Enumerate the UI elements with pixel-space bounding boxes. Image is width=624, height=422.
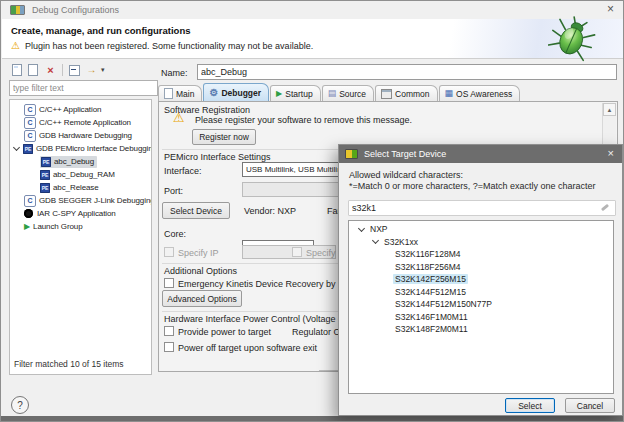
pemicro-icon: PE [40, 183, 50, 193]
pemicro-interface-settings-title: PEMicro Interface Settings [164, 152, 271, 162]
dialog-titlebar[interactable]: Select Target Device × [339, 145, 622, 163]
tree-item-label: abc_Debug [54, 157, 94, 166]
tree-item-label: abc_Release [53, 183, 99, 192]
device-item[interactable]: S32K144F512M15 [349, 286, 613, 299]
filter-configurations-button[interactable]: → [84, 63, 99, 77]
tab-common[interactable]: Common [375, 85, 437, 101]
wildcard-help-line2: *=Match 0 or more characters, ?=Match ex… [349, 181, 596, 191]
tree-item-launch-group[interactable]: ▶ Launch Group [10, 220, 151, 233]
device-item[interactable]: S32K118F256M4 [349, 261, 613, 274]
registration-warning-icon: ⚠ [173, 111, 185, 125]
scroll-up-button[interactable]: ▲ [603, 103, 616, 116]
tab-label: Main [176, 89, 194, 99]
tree-item-gdb-pemicro-interface-debugging[interactable]: PE GDB PEMicro Interface Debugging [10, 142, 151, 155]
dialog-title: Select Target Device [364, 149, 446, 159]
new-configuration-icon [12, 64, 22, 76]
tree-item-gdb-segger-jlink-debugging[interactable]: C GDB SEGGER J-Link Debugging [10, 194, 151, 207]
tree-item-abc-release[interactable]: PE abc_Release [10, 181, 151, 194]
tree-item-label: GDB PEMicro Interface Debugging [36, 144, 151, 153]
device-label: S32K144F512M15 [393, 287, 468, 297]
toolbar-separator [62, 64, 63, 76]
help-button[interactable]: ? [11, 396, 29, 414]
filter-input[interactable] [9, 80, 158, 96]
sidebar-toolbar: × → ▾ [9, 62, 152, 78]
tab-os-awareness[interactable]: ▦ OS Awareness [439, 85, 521, 101]
debug-beetle-image [548, 16, 596, 62]
collapse-all-button[interactable] [67, 63, 82, 77]
emergency-recovery-checkbox[interactable] [164, 278, 174, 288]
tab-debugger[interactable]: ⚙ Debugger [203, 83, 269, 101]
advanced-options-button[interactable]: Advanced Options [162, 290, 242, 307]
device-search-input[interactable] [348, 200, 616, 216]
device-label: S32K146F1M0M11 [393, 312, 470, 322]
window-bottom-edge [1, 416, 623, 421]
cancel-button[interactable]: Cancel [565, 398, 615, 413]
tree-node-s32k1xx[interactable]: S32K1xx [349, 236, 613, 249]
family-node-label: S32K1xx [382, 237, 420, 247]
tab-source[interactable]: ▤ Source [322, 85, 374, 101]
register-now-button[interactable]: Register now [192, 129, 256, 145]
provide-power-checkbox[interactable] [164, 326, 174, 336]
device-item[interactable]: S32K146F1M0M11 [349, 311, 613, 324]
device-tree: NXP S32K1xx S32K116F128M4 S32K118F256M4 … [348, 220, 614, 394]
window-close-icon[interactable]: × [607, 2, 614, 16]
tree-item-abc-debug-ram[interactable]: PE abc_Debug_RAM [10, 168, 151, 181]
device-label: S32K144F512M150N77P [393, 299, 494, 309]
specify-ip-checkbox[interactable] [164, 247, 174, 257]
port-label: Port: [164, 186, 183, 196]
expanded-chevron-icon[interactable] [358, 225, 365, 232]
tree-item-cpp-application[interactable]: C C/C++ Application [10, 103, 151, 116]
window-title: Debug Configurations [32, 5, 119, 15]
power-off-label: Power off target upon software exit [178, 343, 317, 353]
banner-title: Create, manage, and run configurations [11, 25, 190, 36]
tree-item-label: C/C++ Remote Application [39, 118, 131, 127]
delete-icon: × [47, 65, 53, 76]
tree-node-nxp[interactable]: NXP [349, 223, 613, 236]
filter-status-text: Filter matched 10 of 15 items [14, 359, 124, 369]
tree-item-iar-cspy-application[interactable]: IAR C-SPY Application [10, 207, 151, 220]
filter-menu-caret-icon[interactable]: ▾ [101, 66, 105, 74]
tab-label: Startup [285, 89, 312, 99]
tree-item-label: C/C++ Application [39, 105, 101, 114]
device-item[interactable]: S32K148F2M0M11 [349, 323, 613, 336]
tab-main[interactable]: Main [158, 85, 202, 101]
tree-item-label: IAR C-SPY Application [37, 209, 116, 218]
tab-startup[interactable]: ▶ Startup [270, 85, 321, 101]
vendor-value: NXP [278, 206, 297, 216]
c-application-icon: C [24, 130, 36, 142]
tree-item-label: Launch Group [33, 222, 83, 231]
device-item-selected[interactable]: S32K142F256M15 [349, 273, 613, 286]
scroll-up-icon: ▲ [607, 107, 613, 113]
power-off-checkbox[interactable] [164, 342, 174, 352]
vendor-label: Vendor: NXP [244, 206, 296, 216]
device-label: S32K116F128M4 [393, 249, 463, 259]
dialog-close-icon[interactable]: × [608, 147, 614, 159]
new-configuration-button[interactable] [9, 63, 24, 77]
tab-label: OS Awareness [456, 89, 512, 99]
filter-arrow-icon: → [87, 65, 97, 75]
name-input[interactable] [197, 64, 617, 80]
tab-label: Debugger [221, 88, 261, 98]
duplicate-configuration-button[interactable] [26, 63, 41, 77]
expanded-chevron-icon[interactable] [372, 237, 379, 244]
collapse-all-icon [69, 65, 80, 76]
pemicro-dialog-icon [345, 149, 358, 159]
select-device-button[interactable]: Select Device [162, 202, 230, 219]
device-item[interactable]: S32K116F128M4 [349, 248, 613, 261]
iar-icon [24, 209, 33, 218]
tree-item-gdb-hardware-debugging[interactable]: C GDB Hardware Debugging [10, 129, 151, 142]
specify-net-checkbox[interactable] [292, 247, 302, 257]
provide-power-label: Provide power to target [178, 327, 271, 337]
select-button[interactable]: Select [505, 398, 555, 413]
tree-item-cpp-remote-application[interactable]: C C/C++ Remote Application [10, 116, 151, 129]
app-icon [10, 5, 25, 15]
device-item[interactable]: S32K144F512M150N77P [349, 298, 613, 311]
pemicro-icon: PE [23, 144, 33, 154]
window-titlebar[interactable]: Debug Configurations × [1, 1, 623, 19]
expanded-chevron-icon[interactable] [13, 144, 20, 151]
tree-item-label: GDB SEGGER J-Link Debugging [39, 196, 151, 205]
tree-item-abc-debug[interactable]: PE abc_Debug [10, 155, 151, 168]
tab-label: Source [339, 89, 366, 99]
delete-configuration-button[interactable]: × [43, 63, 58, 77]
debug-configurations-window: Debug Configurations × Create, manage, a… [0, 0, 624, 422]
